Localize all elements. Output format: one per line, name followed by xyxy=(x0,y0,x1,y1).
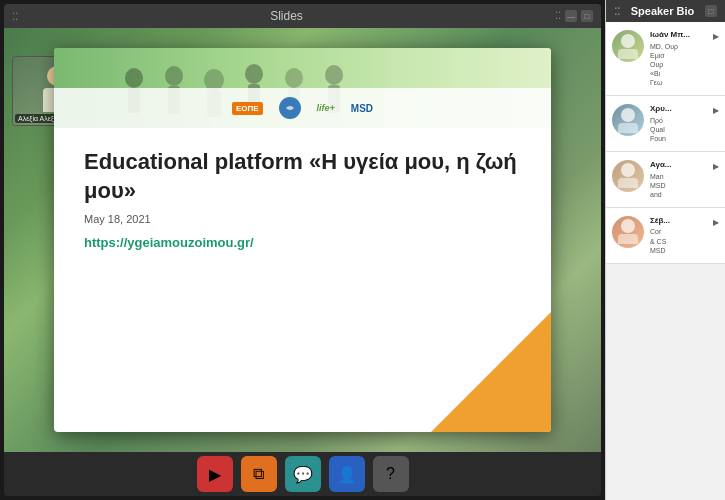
logo-life: life+ xyxy=(317,103,335,113)
logo-eoπe: ΕΟΠΕ xyxy=(232,102,263,115)
window-controls-left: ⁚⁚ xyxy=(12,11,18,22)
screen-share-button[interactable]: ⧉ xyxy=(241,456,277,492)
slide-url: https://ygeiamouzoimou.gr/ xyxy=(84,235,521,250)
speaker-desc-3: ManMSDand xyxy=(650,172,707,199)
speaker-info-3: Αγα... ManMSDand xyxy=(650,160,707,199)
speaker-sidebar: ⁚⁚ Speaker Bio □ Ιωάν Μπ... MD, ΟυρΕμισΟ… xyxy=(605,0,725,500)
speaker-avatar-4 xyxy=(612,216,644,248)
svg-point-23 xyxy=(325,65,343,85)
avatar-body-4 xyxy=(618,234,638,244)
participants-button[interactable]: 👤 xyxy=(329,456,365,492)
screen-share-icon: ⧉ xyxy=(253,465,264,483)
video-icon: ▶ xyxy=(209,465,221,484)
speaker-desc-4: Cor& CSMSD xyxy=(650,227,707,254)
window-controls-right: ⁚⁚ — □ xyxy=(555,10,593,22)
slides-titlebar: ⁚⁚ Slides ⁚⁚ — □ xyxy=(4,4,601,28)
sidebar-close-button[interactable]: □ xyxy=(705,5,717,17)
speaker-item-4[interactable]: Σέβ... Cor& CSMSD ▶ xyxy=(606,208,725,264)
avatar-face-2 xyxy=(612,104,644,136)
avatar-body-1 xyxy=(618,49,638,59)
speaker-desc-2: ΠρόQualFoun xyxy=(650,116,707,143)
svg-point-15 xyxy=(165,66,183,86)
main-area: ⁚⁚ Slides ⁚⁚ — □ xyxy=(0,0,605,500)
slides-window-title: Slides xyxy=(270,9,303,23)
speaker-name-4: Σέβ... xyxy=(650,216,707,226)
avatar-face-1 xyxy=(612,30,644,62)
logo-msd: MSD xyxy=(351,103,373,114)
video-button[interactable]: ▶ xyxy=(197,456,233,492)
expand-arrow-3[interactable]: ▶ xyxy=(713,162,719,171)
svg-point-21 xyxy=(285,68,303,88)
expand-arrow-4[interactable]: ▶ xyxy=(713,218,719,227)
slides-window: ⁚⁚ Slides ⁚⁚ — □ xyxy=(4,4,601,496)
speaker-avatar-1 xyxy=(612,30,644,62)
slide-logos-bar: ΕΟΠΕ life+ MSD xyxy=(54,88,551,128)
avatar-head-4 xyxy=(621,219,635,233)
svg-point-13 xyxy=(125,68,143,88)
expand-arrow-2[interactable]: ▶ xyxy=(713,106,719,115)
slide-title: Educational platform «Η υγεία μου, η ζωή… xyxy=(84,148,521,205)
speaker-avatar-2 xyxy=(612,104,644,136)
question-mark-icon: ? xyxy=(386,465,395,483)
slide-date: May 18, 2021 xyxy=(84,213,521,225)
grab-icon-right: ⁚⁚ xyxy=(555,10,561,22)
sidebar-grab-icon: ⁚⁚ xyxy=(614,6,620,17)
minimize-button[interactable]: — xyxy=(565,10,577,22)
life-text: life+ xyxy=(317,103,335,113)
avatar-head-2 xyxy=(621,108,635,122)
slide-body: Educational platform «Η υγεία μου, η ζωή… xyxy=(54,128,551,432)
maximize-button[interactable]: □ xyxy=(581,10,593,22)
avatar-body-3 xyxy=(618,178,638,188)
svg-point-19 xyxy=(245,64,263,84)
slide-card: ΕΟΠΕ life+ MSD xyxy=(54,48,551,432)
logo-circle-icon xyxy=(279,97,301,119)
sidebar-title-label: Speaker Bio xyxy=(631,5,695,17)
orange-triangle-decoration xyxy=(431,312,551,432)
more-button[interactable]: ? xyxy=(373,456,409,492)
expand-arrow-1[interactable]: ▶ xyxy=(713,32,719,41)
speaker-info-4: Σέβ... Cor& CSMSD xyxy=(650,216,707,255)
avatar-face-3 xyxy=(612,160,644,192)
avatar-body-2 xyxy=(618,123,638,133)
speaker-info-2: Χρυ... ΠρόQualFoun xyxy=(650,104,707,143)
chat-icon: 💬 xyxy=(293,465,313,484)
bottom-toolbar: ▶ ⧉ 💬 👤 ? xyxy=(4,452,601,496)
eoπe-text: ΕΟΠΕ xyxy=(232,102,263,115)
avatar-head-1 xyxy=(621,34,635,48)
speaker-name-1: Ιωάν Μπ... xyxy=(650,30,707,40)
speaker-avatar-3 xyxy=(612,160,644,192)
speaker-info-1: Ιωάν Μπ... MD, ΟυρΕμισΟυρ«ΒιΓεω xyxy=(650,30,707,87)
speaker-item-3[interactable]: Αγα... ManMSDand ▶ xyxy=(606,152,725,208)
sidebar-title-bar: ⁚⁚ Speaker Bio □ xyxy=(606,0,725,22)
msd-text: MSD xyxy=(351,103,373,114)
speaker-name-2: Χρυ... xyxy=(650,104,707,114)
slides-content: Αλεξία Αλεξίου xyxy=(4,28,601,452)
grab-icon: ⁚⁚ xyxy=(12,11,18,22)
speaker-name-3: Αγα... xyxy=(650,160,707,170)
participants-icon: 👤 xyxy=(337,465,357,484)
speaker-item-1[interactable]: Ιωάν Μπ... MD, ΟυρΕμισΟυρ«ΒιΓεω ▶ xyxy=(606,22,725,96)
chat-button[interactable]: 💬 xyxy=(285,456,321,492)
avatar-face-4 xyxy=(612,216,644,248)
avatar-head-3 xyxy=(621,163,635,177)
speaker-desc-1: MD, ΟυρΕμισΟυρ«ΒιΓεω xyxy=(650,42,707,87)
sidebar-speakers-list: Ιωάν Μπ... MD, ΟυρΕμισΟυρ«ΒιΓεω ▶ Χρυ...… xyxy=(606,22,725,500)
speaker-item-2[interactable]: Χρυ... ΠρόQualFoun ▶ xyxy=(606,96,725,152)
slide-header-image: ΕΟΠΕ life+ MSD xyxy=(54,48,551,128)
